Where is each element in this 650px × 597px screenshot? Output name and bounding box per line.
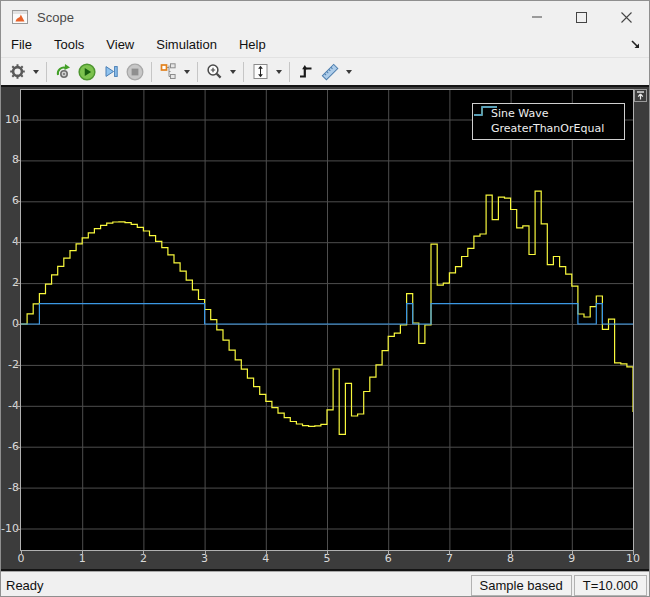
y-tick-mark — [16, 201, 20, 202]
stop-icon — [126, 63, 144, 81]
x-tick-mark — [21, 551, 22, 555]
legend[interactable]: Sine WaveGreaterThanOrEqual — [472, 103, 625, 140]
x-tick-mark — [511, 551, 512, 555]
menu-help[interactable]: Help — [228, 33, 277, 57]
menu-simulation[interactable]: Simulation — [145, 33, 228, 57]
maximize-axes-icon — [635, 90, 646, 101]
close-button[interactable] — [604, 1, 649, 33]
scope-window: Scope File Tools View Simulation — [0, 0, 650, 597]
menu-file[interactable]: File — [1, 33, 43, 57]
run-button[interactable] — [75, 60, 99, 84]
maximize-button[interactable] — [559, 1, 604, 33]
status-message: Ready — [6, 578, 471, 593]
signal-selector-dropdown[interactable] — [180, 60, 193, 84]
legend-entry: GreaterThanOrEqual — [479, 121, 624, 136]
x-tick-mark — [143, 551, 144, 555]
trigger-icon — [298, 63, 315, 80]
title-bar: Scope — [1, 1, 649, 33]
menu-view[interactable]: View — [95, 33, 145, 57]
simulink-snapshot-button[interactable] — [51, 60, 75, 84]
x-tick-mark — [449, 551, 450, 555]
maximize-axes-button[interactable] — [634, 89, 647, 102]
toolbar-separator — [197, 62, 198, 82]
x-tick-mark — [205, 551, 206, 555]
legend-entry: Sine Wave — [479, 106, 624, 121]
app-icon — [12, 10, 28, 24]
y-tick-mark — [16, 324, 20, 325]
plot-region: Sine WaveGreaterThanOrEqual 012345678910… — [1, 85, 649, 571]
toolbar — [1, 57, 649, 85]
menu-bar: File Tools View Simulation Help — [1, 33, 649, 57]
simulation-time-indicator: T=10.000 — [574, 575, 647, 596]
y-tick-mark — [16, 406, 20, 407]
chevron-down-icon — [230, 70, 236, 74]
x-tick-mark — [388, 551, 389, 555]
simulink-snapshot-icon — [54, 63, 72, 81]
chevron-down-icon — [276, 70, 282, 74]
signal-selector-icon — [160, 63, 177, 80]
dock-button[interactable] — [627, 36, 643, 52]
close-icon — [621, 12, 632, 23]
measurements-dropdown[interactable] — [342, 60, 355, 84]
fit-to-view-icon — [252, 63, 269, 80]
ruler-icon — [321, 63, 339, 81]
toolbar-separator — [243, 62, 244, 82]
signal-selector-button[interactable] — [156, 60, 180, 84]
chevron-down-icon — [346, 70, 352, 74]
configuration-button[interactable] — [5, 60, 29, 84]
fit-to-view-dropdown[interactable] — [272, 60, 285, 84]
toolbar-separator — [151, 62, 152, 82]
step-forward-icon — [103, 63, 120, 80]
toolbar-separator — [289, 62, 290, 82]
step-forward-button[interactable] — [99, 60, 123, 84]
maximize-icon — [576, 12, 587, 23]
toolbar-separator — [46, 62, 47, 82]
minimize-icon — [532, 12, 542, 22]
y-tick-mark — [16, 283, 20, 284]
chevron-down-icon — [33, 70, 39, 74]
zoom-button[interactable] — [202, 60, 226, 84]
zoom-icon — [206, 63, 223, 80]
legend-label: GreaterThanOrEqual — [491, 122, 604, 135]
chevron-down-icon — [184, 70, 190, 74]
dock-arrow-icon — [629, 38, 641, 50]
y-tick-mark — [16, 447, 20, 448]
y-tick-mark — [16, 120, 20, 121]
x-tick-mark — [327, 551, 328, 555]
plot-axes[interactable]: Sine WaveGreaterThanOrEqual — [20, 89, 634, 551]
sample-mode-indicator: Sample based — [471, 575, 572, 596]
status-bar: Ready Sample based T=10.000 — [1, 571, 649, 597]
y-tick-mark — [16, 488, 20, 489]
legend-stair-glyph — [473, 104, 499, 117]
menu-tools[interactable]: Tools — [43, 33, 95, 57]
measurements-button[interactable] — [318, 60, 342, 84]
x-tick-mark — [572, 551, 573, 555]
zoom-dropdown[interactable] — [226, 60, 239, 84]
stop-button[interactable] — [123, 60, 147, 84]
legend-label: Sine Wave — [491, 107, 548, 120]
window-title: Scope — [37, 10, 514, 25]
y-tick-mark — [16, 529, 20, 530]
trigger-button[interactable] — [294, 60, 318, 84]
run-icon — [78, 63, 96, 81]
plot-svg — [21, 90, 633, 550]
y-tick-mark — [16, 365, 20, 366]
x-tick-mark — [266, 551, 267, 555]
fit-to-view-button[interactable] — [248, 60, 272, 84]
gear-icon — [9, 63, 26, 80]
y-tick-mark — [16, 160, 20, 161]
y-tick-mark — [16, 242, 20, 243]
minimize-button[interactable] — [514, 1, 559, 33]
x-tick-mark — [633, 551, 634, 555]
x-tick-mark — [82, 551, 83, 555]
configuration-dropdown[interactable] — [29, 60, 42, 84]
